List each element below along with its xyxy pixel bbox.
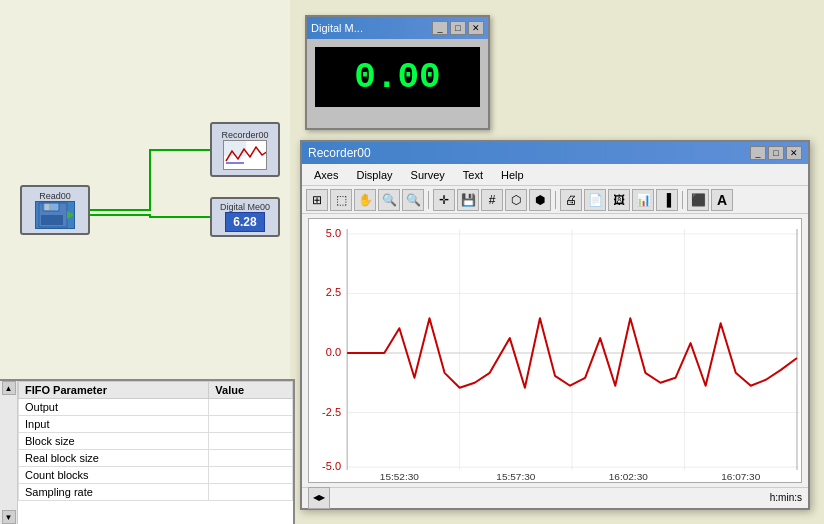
time-format-label: h:min:s (770, 492, 802, 503)
dm-close-button[interactable]: ✕ (468, 21, 484, 35)
digital-me00-label: Digital Me00 (220, 202, 270, 212)
tb-zoom-in-button[interactable]: 🔍 (378, 189, 400, 211)
recorder-window: Recorder00 _ □ ✕ Axes Display Survey Tex… (300, 140, 810, 510)
recorder00-label: Recorder00 (221, 130, 268, 140)
col-value: Value (209, 382, 293, 399)
bottom-panel: ▲ ▼ FIFO Parameter Value Output Input (0, 379, 295, 524)
panel-scroll: ▲ ▼ (0, 381, 18, 524)
rec-maximize-button[interactable]: □ (768, 146, 784, 160)
param-input: Input (19, 416, 209, 433)
rec-controls: _ □ ✕ (750, 146, 802, 160)
chart-footer: ◀▶ h:min:s (302, 487, 808, 507)
tb-sep1 (428, 191, 429, 209)
tb-axis-y-button[interactable]: ⬢ (529, 189, 551, 211)
menu-axes[interactable]: Axes (306, 167, 346, 183)
menu-display[interactable]: Display (348, 167, 400, 183)
dm-value: 0.00 (354, 57, 440, 98)
dm-maximize-button[interactable]: □ (450, 21, 466, 35)
dm-controls: _ □ ✕ (432, 21, 484, 35)
table-row[interactable]: Count blocks (19, 467, 293, 484)
menu-survey[interactable]: Survey (403, 167, 453, 183)
rec-titlebar: Recorder00 _ □ ✕ (302, 142, 808, 164)
svg-rect-3 (41, 215, 63, 225)
table-row[interactable]: Block size (19, 433, 293, 450)
chart-container: 5.0 2.5 0.0 -2.5 -5.0 15:52:30 15:57:30 … (308, 218, 802, 483)
dm-display: 0.00 (315, 47, 480, 107)
tb-zoom-out-button[interactable]: 🔍 (402, 189, 424, 211)
table-row[interactable]: Real block size (19, 450, 293, 467)
svg-text:16:07:30: 16:07:30 (721, 471, 760, 482)
tb-page-button[interactable]: 📄 (584, 189, 606, 211)
svg-text:5.0: 5.0 (326, 227, 341, 239)
svg-text:-5.0: -5.0 (322, 460, 341, 472)
table-row[interactable]: Input (19, 416, 293, 433)
panel-table: FIFO Parameter Value Output Input Block … (18, 381, 293, 501)
chart-svg: 5.0 2.5 0.0 -2.5 -5.0 15:52:30 15:57:30 … (309, 219, 801, 482)
rec-toolbar: ⊞ ⬚ ✋ 🔍 🔍 ✛ 💾 # ⬡ ⬢ 🖨 📄 🖼 📊 ▐ ⬛ A (302, 186, 808, 214)
tb-bar-button[interactable]: ▐ (656, 189, 678, 211)
tb-print-button[interactable]: 🖨 (560, 189, 582, 211)
tb-axis-x-button[interactable]: ⬡ (505, 189, 527, 211)
svg-text:16:02:30: 16:02:30 (609, 471, 648, 482)
scroll-up-button[interactable]: ▲ (2, 381, 16, 395)
rec-menubar: Axes Display Survey Text Help (302, 164, 808, 186)
tb-chart-button[interactable]: 📊 (632, 189, 654, 211)
scroll-down-button[interactable]: ▼ (2, 510, 16, 524)
digital-me00-value: 6.28 (225, 212, 265, 232)
tb-image-button[interactable]: 🖼 (608, 189, 630, 211)
svg-marker-4 (67, 211, 73, 219)
svg-text:-2.5: -2.5 (322, 406, 341, 418)
tb-save-button[interactable]: 💾 (457, 189, 479, 211)
recorder-mini-chart (223, 140, 267, 170)
table-row[interactable]: Sampling rate (19, 484, 293, 501)
value-block-size (209, 433, 293, 450)
dm-title: Digital M... (311, 22, 363, 34)
param-block-size: Block size (19, 433, 209, 450)
svg-rect-2 (45, 204, 49, 210)
rec-title: Recorder00 (308, 146, 371, 160)
read00-label: Read00 (39, 191, 71, 201)
svg-text:15:57:30: 15:57:30 (496, 471, 535, 482)
col-parameter: FIFO Parameter (19, 382, 209, 399)
read00-icon (35, 201, 75, 229)
footer-nav-button[interactable]: ◀▶ (308, 487, 330, 509)
param-count-blocks: Count blocks (19, 467, 209, 484)
value-sampling-rate (209, 484, 293, 501)
svg-text:0.0: 0.0 (326, 346, 341, 358)
svg-text:2.5: 2.5 (326, 286, 341, 298)
param-output: Output (19, 399, 209, 416)
dm-titlebar: Digital M... _ □ ✕ (307, 17, 488, 39)
fifo-table: FIFO Parameter Value Output Input Block … (18, 381, 293, 501)
svg-rect-7 (309, 219, 801, 482)
dm-minimize-button[interactable]: _ (432, 21, 448, 35)
tb-grid-button[interactable]: ⊞ (306, 189, 328, 211)
rec-minimize-button[interactable]: _ (750, 146, 766, 160)
value-real-block-size (209, 450, 293, 467)
value-count-blocks (209, 467, 293, 484)
tb-zoom-rect-button[interactable]: ⬚ (330, 189, 352, 211)
menu-help[interactable]: Help (493, 167, 532, 183)
tb-cursor-button[interactable]: ✛ (433, 189, 455, 211)
table-row[interactable]: Output (19, 399, 293, 416)
digital-me00-block[interactable]: Digital Me00 6.28 (210, 197, 280, 237)
menu-text[interactable]: Text (455, 167, 491, 183)
digital-meter-window: Digital M... _ □ ✕ 0.00 (305, 15, 490, 130)
recorder00-block[interactable]: Recorder00 (210, 122, 280, 177)
read00-block[interactable]: Read00 (20, 185, 90, 235)
param-sampling-rate: Sampling rate (19, 484, 209, 501)
tb-font-button[interactable]: A (711, 189, 733, 211)
tb-sep3 (682, 191, 683, 209)
tb-grid2-button[interactable]: # (481, 189, 503, 211)
rec-close-button[interactable]: ✕ (786, 146, 802, 160)
canvas-area: Read00 Recorder00 Digital M (0, 0, 290, 390)
svg-text:15:52:30: 15:52:30 (380, 471, 419, 482)
tb-hand-button[interactable]: ✋ (354, 189, 376, 211)
value-output (209, 399, 293, 416)
param-real-block-size: Real block size (19, 450, 209, 467)
tb-sep2 (555, 191, 556, 209)
value-input (209, 416, 293, 433)
tb-color-button[interactable]: ⬛ (687, 189, 709, 211)
